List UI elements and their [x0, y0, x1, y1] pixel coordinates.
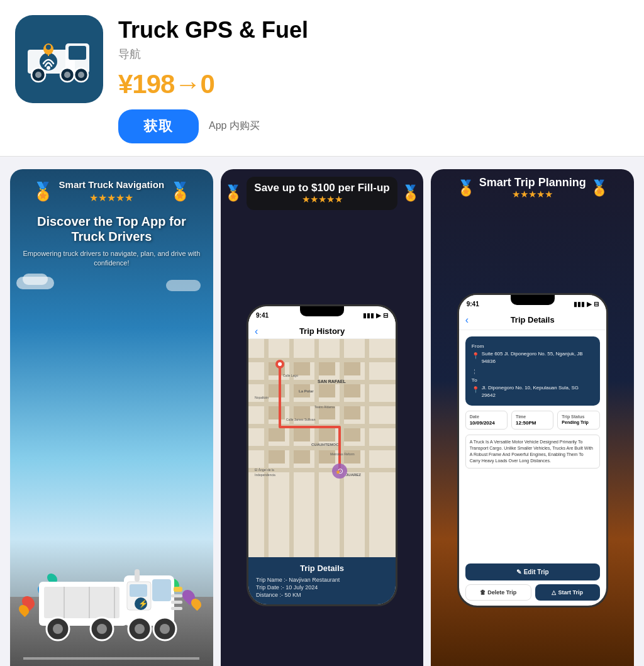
- edit-trip-button[interactable]: ✎ Edit Trip: [465, 563, 600, 580]
- svg-point-6: [64, 72, 70, 78]
- svg-rect-62: [269, 428, 285, 441]
- svg-point-12: [46, 45, 51, 50]
- svg-text:Calle Lago: Calle Lago: [283, 374, 298, 377]
- s2-badge-text: Save up to $100 per Fill-up: [254, 182, 389, 194]
- from-address: Suite 605 Jl. Diponegoro No. 55, Nganjuk…: [482, 350, 594, 365]
- screenshots-section: 🏅 Smart Truck Navigation ★★★★★ 🏅 Discove…: [0, 157, 644, 666]
- phone-screen: 9:41 ▮▮▮ ▶ ⊟ ‹ Trip History: [248, 306, 396, 604]
- svg-text:El Ángel de la: El Ángel de la: [255, 468, 274, 472]
- s1-subtext: Empowering truck drivers to navigate, pl…: [10, 247, 213, 271]
- s3-header: ‹ Trip Details: [459, 313, 606, 330]
- svg-point-36: [160, 624, 170, 634]
- s1-badge-text: Smart Truck Navigation: [59, 179, 165, 191]
- s1-badge-container: 🏅 Smart Truck Navigation ★★★★★ 🏅: [10, 169, 213, 209]
- svg-rect-63: [294, 428, 310, 441]
- start-icon: △: [552, 589, 556, 596]
- trip-distance: Distance :- 50 KM: [256, 592, 388, 598]
- app-subtitle: 导航: [118, 47, 629, 62]
- svg-text:Nopaltizin: Nopaltizin: [255, 396, 269, 399]
- screenshot-3: 🏅 Smart Trip Planning ★★★★★ 🏅 9:41 ▮▮▮ ▶…: [431, 169, 634, 666]
- app-info-block: Truck GPS & Fuel 导航 ¥198→0 获取 App 内购买: [118, 15, 629, 143]
- status-icons: ▮▮▮ ▶ ⊟: [363, 312, 388, 319]
- svg-rect-28: [135, 569, 140, 582]
- s3-notch: [511, 295, 555, 305]
- start-trip-button[interactable]: △ Start Trip: [535, 584, 600, 601]
- svg-rect-27: [171, 607, 182, 610]
- status-field-value: Pending Trip: [562, 420, 595, 425]
- svg-point-34: [135, 624, 145, 634]
- s3-stars: ★★★★★: [479, 189, 586, 200]
- s2-phone-area: 9:41 ▮▮▮ ▶ ⊟ ‹ Trip History: [221, 214, 424, 666]
- svg-text:Independencia: Independencia: [255, 473, 275, 477]
- s1-stars: ★★★★★: [59, 192, 165, 204]
- edit-icon: ✎: [516, 569, 521, 575]
- s3-buttons: ✎ Edit Trip 🗑 Delete Trip △ Start Trip: [459, 558, 606, 606]
- price-badge: ¥198→0: [118, 69, 629, 99]
- svg-rect-37: [174, 587, 182, 592]
- svg-text:SAN RAFAEL: SAN RAFAEL: [318, 379, 346, 384]
- svg-text:Teatro Aldama: Teatro Aldama: [314, 405, 335, 409]
- laurel-left-icon: 🏅: [32, 181, 54, 202]
- svg-rect-66: [269, 450, 285, 463]
- back-icon[interactable]: ‹: [255, 326, 258, 337]
- get-button[interactable]: 获取: [118, 109, 199, 143]
- screenshot-1: 🏅 Smart Truck Navigation ★★★★★ 🏅 Discove…: [10, 169, 213, 666]
- s3-status-icons: ▮▮▮ ▶ ⊟: [574, 301, 599, 308]
- svg-point-71: [278, 362, 282, 366]
- svg-rect-54: [269, 384, 285, 397]
- to-address: Jl. Diponegoro No. 10, Kepulauan Sula, S…: [482, 384, 594, 399]
- s2-badge-area: 🏅 Save up to $100 per Fill-up ★★★★★ 🏅: [224, 177, 419, 211]
- delete-trip-button[interactable]: 🗑 Delete Trip: [465, 584, 531, 601]
- phone-notch: [300, 306, 344, 316]
- truck-illustration: ⚡: [39, 569, 184, 647]
- s2-stars: ★★★★★: [254, 194, 389, 205]
- svg-rect-49: [365, 339, 369, 557]
- s3-laurel-right: 🏅: [590, 179, 609, 197]
- status-time: 9:41: [256, 312, 269, 319]
- svg-rect-15: [44, 587, 119, 618]
- svg-rect-39: [248, 358, 396, 362]
- s3-back-icon[interactable]: ‹: [465, 314, 469, 326]
- phone-header-title: Trip History: [299, 326, 345, 336]
- to-label: To: [472, 377, 594, 384]
- time-field: Time 12:50PM: [511, 411, 553, 430]
- s3-badge-area: 🏅 Smart Trip Planning ★★★★★ 🏅: [457, 177, 609, 201]
- description-text: A Truck Is A Versatile Motor Vehicle Des…: [470, 439, 596, 463]
- s3-phone-mockup: 9:41 ▮▮▮ ▶ ⊟ ‹ Trip Details From: [457, 293, 608, 608]
- svg-text:Calle James Sullivan: Calle James Sullivan: [286, 418, 316, 421]
- date-field-value: 10/09/2024: [470, 420, 503, 426]
- svg-rect-22: [130, 584, 147, 597]
- in-app-purchase-label: App 内购买: [209, 119, 260, 133]
- svg-rect-52: [319, 362, 335, 375]
- svg-rect-43: [248, 446, 396, 450]
- from-pin-icon: 📍: [472, 351, 479, 360]
- s1-headline: Discover the Top App for Truck Drivers: [10, 209, 213, 247]
- from-to-card: From 📍 Suite 605 Jl. Diponegoro No. 55, …: [465, 336, 600, 406]
- svg-rect-56: [319, 384, 335, 397]
- svg-point-8: [78, 72, 84, 78]
- svg-text:La Polar: La Polar: [299, 389, 314, 393]
- svg-rect-67: [294, 450, 310, 463]
- delete-icon: 🗑: [480, 589, 486, 596]
- svg-rect-47: [314, 339, 319, 557]
- app-header: Truck GPS & Fuel 导航 ¥198→0 获取 App 内购买: [0, 0, 644, 157]
- trip-name: Trip Name :- Navjivan Restaurant: [256, 577, 388, 583]
- svg-rect-53: [344, 362, 360, 375]
- s2-laurel-right: 🏅: [401, 184, 420, 202]
- time-field-label: Time: [516, 414, 549, 419]
- s2-phone-mockup: 9:41 ▮▮▮ ▶ ⊟ ‹ Trip History: [247, 304, 397, 606]
- map-area: ⊙ Calle Lago Nopaltizin La Polar SAN RAF…: [248, 339, 396, 557]
- svg-rect-26: [171, 601, 182, 604]
- trip-details-bottom: Trip Details Trip Name :- Navjivan Resta…: [248, 557, 396, 604]
- s1-truck-area: ⚡: [10, 270, 213, 666]
- trip-date: Trip Date :- 10 July 2024: [256, 584, 388, 591]
- to-pin-icon: 📍: [472, 385, 479, 394]
- svg-rect-65: [344, 428, 360, 441]
- svg-rect-61: [344, 406, 360, 419]
- s3-laurel-left: 🏅: [457, 179, 475, 197]
- s3-status-time: 9:41: [467, 301, 479, 308]
- phone-header: ‹ Trip History: [248, 324, 396, 339]
- app-title: Truck GPS & Fuel: [118, 18, 629, 43]
- s3-content: From 📍 Suite 605 Jl. Diponegoro No. 55, …: [459, 330, 606, 558]
- svg-text:JUAREZ: JUAREZ: [346, 473, 361, 477]
